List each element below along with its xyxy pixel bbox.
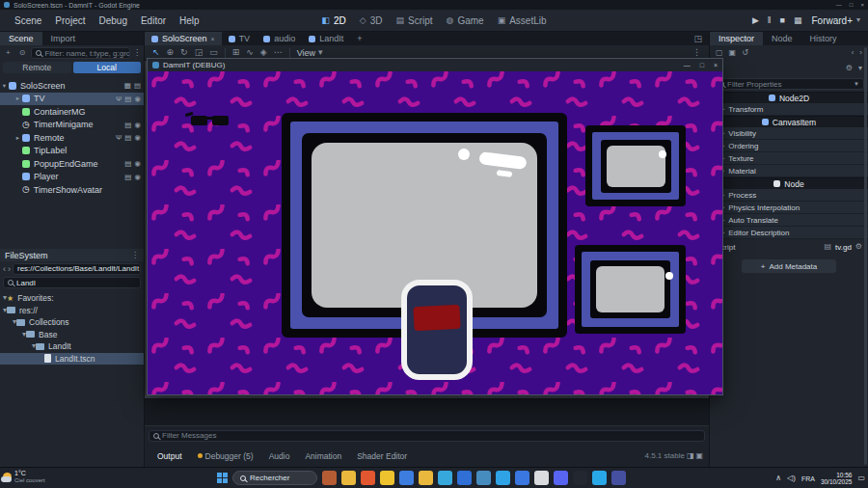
volume-icon[interactable]: ◁) bbox=[787, 474, 796, 482]
taskbar-app-icon[interactable] bbox=[380, 471, 394, 485]
lock-icon[interactable]: ◈ bbox=[260, 48, 267, 57]
workspace-2d[interactable]: ◧2D bbox=[321, 15, 345, 26]
taskbar-app-icon[interactable] bbox=[438, 471, 452, 485]
fs-item-landit-tscn[interactable]: LandIt.tscn bbox=[0, 353, 144, 366]
forward-icon[interactable]: › bbox=[8, 264, 11, 274]
tab-scene[interactable]: Scene bbox=[0, 32, 42, 45]
taskbar-app-icon[interactable] bbox=[341, 471, 356, 485]
scene-icon[interactable]: ▦ bbox=[124, 82, 131, 90]
chevron-right-icon[interactable]: ▸ bbox=[14, 95, 22, 102]
tab-node[interactable]: Node bbox=[763, 32, 801, 45]
game-window-titlebar[interactable]: DamnIT (DEBUG) — □ × bbox=[148, 59, 722, 71]
tv-bottom-right[interactable] bbox=[575, 245, 686, 334]
taskbar-app-icon[interactable] bbox=[611, 471, 626, 485]
gear-icon[interactable]: ⚙ bbox=[855, 243, 862, 251]
group-editor-description[interactable]: ▸Editor Description bbox=[710, 227, 868, 239]
path-field[interactable]: res://Collections/Base/LandIt/LandIt.ts bbox=[13, 263, 141, 275]
fs-item-favorites[interactable]: ▾ ★ Favorites: bbox=[0, 292, 144, 305]
select-tool-icon[interactable]: ↖ bbox=[152, 48, 160, 57]
chevron-down-icon[interactable]: ▾ bbox=[858, 65, 862, 72]
tab-audio[interactable]: Audio bbox=[262, 450, 297, 462]
scene-tab-landit[interactable]: LandIt bbox=[302, 32, 350, 45]
funnel-icon[interactable]: ▼ bbox=[854, 81, 859, 87]
group-auto-translate[interactable]: ▸Auto Translate bbox=[710, 214, 868, 227]
fs-item-collections[interactable]: ▾ Collections bbox=[0, 316, 144, 329]
taskbar-app-icon[interactable] bbox=[534, 471, 549, 485]
chevron-right-icon[interactable]: ▸ bbox=[14, 134, 22, 142]
scene-tab-tv[interactable]: TV bbox=[222, 32, 258, 45]
tray-overflow-icon[interactable]: ∧ bbox=[775, 474, 781, 482]
tab-output[interactable]: Output bbox=[150, 450, 189, 462]
notification-icon[interactable]: ▭ bbox=[857, 474, 865, 482]
tree-item-containermg[interactable]: ContainerMG bbox=[0, 105, 144, 119]
new-resource-icon[interactable]: ▢ bbox=[716, 49, 723, 57]
script-icon[interactable]: ▤ bbox=[134, 82, 141, 90]
grid-snap-icon[interactable]: ⊞ bbox=[232, 48, 240, 57]
windows-start-button[interactable] bbox=[217, 473, 228, 483]
tab-debugger[interactable]: Debugger (5) bbox=[191, 450, 260, 462]
tab-remote[interactable]: Remote bbox=[3, 62, 71, 73]
gear-icon[interactable]: ⚙ bbox=[846, 65, 853, 72]
expand-panel-icon[interactable]: ◨ bbox=[687, 452, 694, 460]
dock-options-icon[interactable]: ⋮ bbox=[131, 252, 139, 259]
minimize-icon[interactable]: — bbox=[684, 62, 691, 68]
eye-icon[interactable]: ◉ bbox=[134, 160, 141, 168]
taskbar-app-icon[interactable] bbox=[322, 471, 337, 485]
tree-item-tv[interactable]: ▸ TV Ψ ▤ ◉ bbox=[0, 93, 144, 106]
tree-item-player[interactable]: Player ▤ ◉ bbox=[0, 171, 144, 184]
smart-snap-icon[interactable]: ∿ bbox=[246, 48, 254, 57]
instance-scene-button[interactable]: ⊙ bbox=[16, 48, 29, 58]
filesystem-filter-input[interactable]: LandI bbox=[3, 277, 141, 288]
add-node-button[interactable]: + bbox=[3, 48, 14, 58]
maximize-icon[interactable]: □ bbox=[700, 62, 704, 68]
taskbar-app-icon[interactable] bbox=[361, 471, 375, 485]
workspace-3d[interactable]: ◇3D bbox=[360, 15, 383, 26]
scene-options-icon[interactable]: ⋮ bbox=[133, 49, 141, 57]
back-icon[interactable]: ‹ bbox=[3, 264, 6, 274]
script-icon[interactable]: ▤ bbox=[124, 174, 131, 181]
taskbar-weather-widget[interactable]: 1°C Ciel couvert bbox=[3, 470, 45, 483]
rotate-tool-icon[interactable]: ↻ bbox=[180, 48, 188, 57]
add-metadata-button[interactable]: +Add Metadata bbox=[742, 259, 836, 273]
maximize-icon[interactable]: □ bbox=[850, 2, 854, 8]
taskbar-app-icon[interactable] bbox=[554, 471, 568, 485]
add-scene-tab-button[interactable]: + bbox=[350, 32, 368, 45]
taskbar-app-icon[interactable] bbox=[573, 471, 587, 485]
stop-button[interactable]: ■ bbox=[780, 16, 785, 25]
signal-icon[interactable]: Ψ bbox=[116, 134, 122, 142]
close-icon[interactable]: × bbox=[860, 2, 864, 8]
script-icon[interactable]: ▤ bbox=[124, 95, 131, 103]
minimize-icon[interactable]: — bbox=[836, 2, 842, 8]
script-icon[interactable]: ▤ bbox=[124, 134, 131, 142]
renderer-select[interactable]: Forward+▾ bbox=[811, 15, 860, 26]
eye-icon[interactable]: ◉ bbox=[134, 174, 141, 181]
tv-top-right[interactable] bbox=[585, 125, 686, 206]
history-forward-icon[interactable]: › bbox=[859, 49, 862, 57]
scene-filter-input[interactable]: Filter: name, t:type, g:group bbox=[31, 47, 130, 59]
tree-item-timerminigame[interactable]: ◷ TimerMinigame ▤ ◉ bbox=[0, 119, 144, 132]
resource-tools-icon[interactable]: ↺ bbox=[742, 49, 748, 57]
menu-scene[interactable]: Scene bbox=[8, 15, 48, 26]
taskbar-app-icon[interactable] bbox=[399, 471, 414, 485]
tab-inspector[interactable]: Inspector bbox=[710, 32, 763, 45]
workspace-assetlib[interactable]: ▣AssetLib bbox=[498, 15, 547, 26]
filter-properties-input[interactable]: Filter Properties ▼ bbox=[714, 78, 864, 90]
tab-import[interactable]: Import bbox=[42, 32, 85, 45]
taskbar-app-icon[interactable] bbox=[457, 471, 472, 485]
pin-panel-icon[interactable]: ▣ bbox=[695, 452, 703, 460]
tree-item-timershowavatar[interactable]: ◷ TimerShowAvatar bbox=[0, 183, 144, 197]
tree-item-soloscreen[interactable]: ▾ SoloScreen ▦ ▤ bbox=[0, 79, 144, 93]
filter-messages-input[interactable]: Filter Messages bbox=[149, 430, 705, 442]
scene-tab-audio[interactable]: audio bbox=[257, 32, 302, 45]
tab-animation[interactable]: Animation bbox=[298, 450, 348, 462]
eye-icon[interactable]: ◉ bbox=[134, 134, 141, 142]
remote-sprite[interactable] bbox=[404, 283, 470, 377]
script-icon[interactable]: ▤ bbox=[124, 122, 131, 129]
group-physics-interpolation[interactable]: ▸Physics Interpolation bbox=[710, 202, 868, 214]
fs-item-landit[interactable]: ▾ LandIt bbox=[0, 340, 144, 353]
group-texture[interactable]: ▸Texture bbox=[710, 152, 868, 165]
group-transform[interactable]: ▸Transform bbox=[710, 103, 868, 116]
rect-tool-icon[interactable]: ▭ bbox=[209, 48, 218, 57]
play-button[interactable]: ▶ bbox=[752, 16, 759, 25]
group-visibility[interactable]: ▸Visibility bbox=[710, 127, 868, 140]
